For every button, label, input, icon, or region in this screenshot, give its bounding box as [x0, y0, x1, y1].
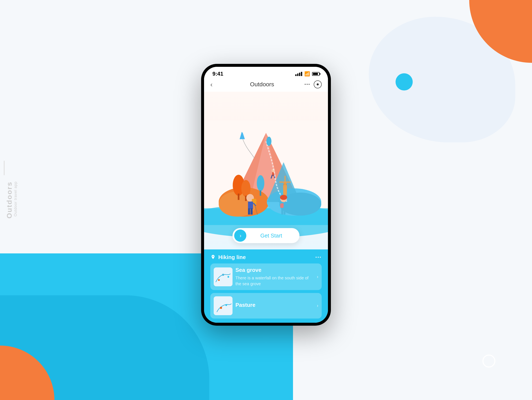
svg-rect-31 [248, 208, 250, 215]
nav-target-inner [317, 83, 319, 85]
svg-point-48 [220, 307, 222, 309]
svg-point-49 [225, 304, 227, 306]
hiking-header: Hiking line ••• [210, 249, 322, 264]
svg-rect-22 [283, 185, 287, 195]
svg-rect-39 [281, 209, 283, 215]
status-time: 9:41 [212, 71, 223, 77]
trail-info-1: Pasture [233, 302, 317, 310]
phone-wrapper: 9:41 📶 ‹ Outdoors ••• [201, 64, 331, 326]
back-button[interactable]: ‹ [210, 81, 220, 88]
nav-actions: ••• [304, 80, 322, 88]
hiking-more-button[interactable]: ••• [315, 255, 322, 260]
battery-icon [312, 72, 320, 76]
location-icon [210, 254, 216, 260]
get-start-arrow-icon: › [240, 232, 241, 239]
svg-point-36 [280, 195, 287, 200]
app-subtitle-vertical: Outdoor travel app [13, 181, 18, 216]
phone-frame: 9:41 📶 ‹ Outdoors ••• [201, 64, 331, 326]
battery-fill [313, 73, 318, 75]
trail-info-0: Sea grove There is a waterfall on the so… [233, 267, 317, 287]
svg-point-46 [228, 276, 229, 278]
svg-rect-32 [251, 208, 253, 215]
trail-map-thumb-1 [214, 296, 233, 315]
trail-name-1: Pasture [235, 302, 314, 308]
bg-circle-white [482, 355, 495, 368]
svg-rect-15 [260, 191, 261, 196]
nav-more-button[interactable]: ••• [304, 82, 310, 87]
svg-point-42 [266, 137, 272, 146]
trail-name-0: Sea grove [235, 267, 314, 273]
hiking-title-row: Hiking line [210, 254, 246, 260]
svg-rect-43 [214, 267, 233, 286]
signal-icon [295, 72, 302, 76]
vertical-label-container: Outdoors Outdoor travel app [5, 181, 18, 219]
get-start-circle: › [234, 230, 246, 242]
hero-area: › Get Start [204, 92, 328, 249]
status-icons: 📶 [295, 71, 320, 77]
nav-target-button[interactable] [314, 80, 322, 88]
svg-rect-38 [280, 203, 284, 208]
trail-card-1[interactable]: Pasture › [210, 293, 322, 319]
bg-circle-blue [396, 73, 413, 90]
hiking-title: Hiking line [218, 254, 246, 260]
nav-title: Outdoors [250, 81, 274, 88]
status-bar: 9:41 📶 [204, 67, 328, 79]
trail-map-thumb-0 [214, 267, 233, 286]
svg-point-45 [218, 279, 220, 281]
get-start-button[interactable]: › Get Start [233, 228, 299, 243]
trail-arrow-0[interactable]: › [317, 274, 318, 280]
svg-point-44 [222, 274, 224, 276]
trail-desc-0: There is a waterfall on the south side o… [235, 275, 314, 287]
svg-rect-11 [238, 194, 239, 200]
hero-illustration [204, 92, 328, 249]
trail-card-0[interactable]: Sea grove There is a waterfall on the so… [210, 264, 322, 290]
wifi-icon: 📶 [304, 71, 310, 77]
scrollbar-left [4, 161, 5, 175]
svg-point-14 [257, 175, 264, 191]
svg-rect-40 [284, 209, 285, 215]
bottom-section: Hiking line ••• [204, 249, 328, 323]
get-start-label: Get Start [246, 232, 299, 239]
phone-screen: 9:41 📶 ‹ Outdoors ••• [204, 67, 328, 323]
trail-arrow-1[interactable]: › [317, 303, 318, 309]
svg-rect-30 [248, 202, 253, 209]
app-title-vertical: Outdoors [5, 181, 13, 219]
nav-bar: ‹ Outdoors ••• [204, 79, 328, 92]
